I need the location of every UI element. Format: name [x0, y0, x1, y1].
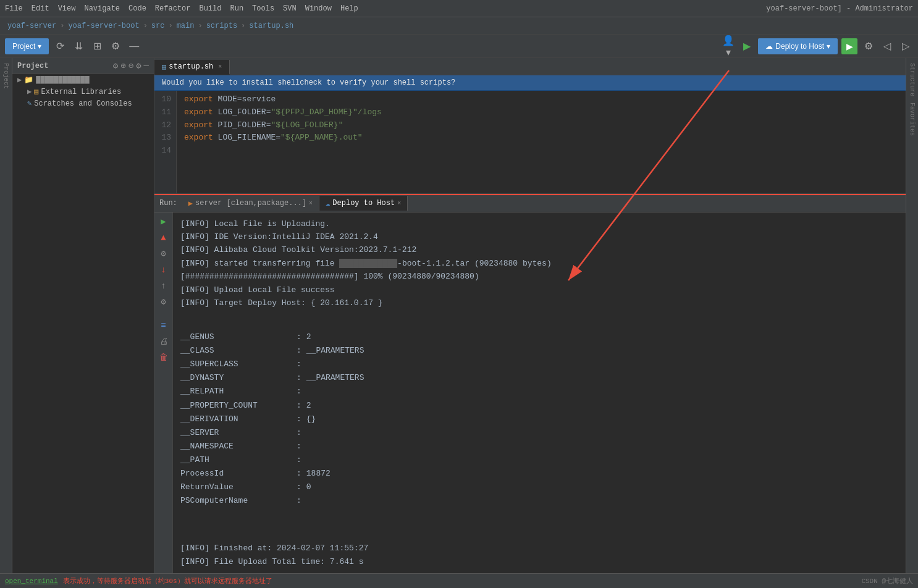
vcs-icon[interactable]: 👤▾: [721, 39, 736, 54]
run-tab-deploy-icon: ☁: [326, 199, 330, 208]
title-bar: File Edit View Navigate Code Refactor Bu…: [0, 0, 918, 17]
minimize-icon[interactable]: —: [127, 39, 141, 54]
panel-close-icon[interactable]: —: [144, 61, 149, 71]
run-tab-server-label: server [clean,package...]: [195, 199, 306, 208]
param-superclass: __SUPERCLASS :: [180, 358, 898, 371]
menu-build[interactable]: Build: [199, 4, 221, 13]
menu-refactor[interactable]: Refactor: [155, 4, 191, 13]
breadcrumb-file[interactable]: startup.sh: [249, 22, 293, 30]
code-line-14: [184, 145, 898, 158]
menu-run[interactable]: Run: [230, 4, 243, 13]
breadcrumb-scripts[interactable]: scripts: [206, 22, 237, 30]
far-right-sidebar: Structure Favorites: [906, 58, 918, 573]
line-numbers: 10 11 12 13 14: [154, 91, 177, 193]
run-print-icon[interactable]: 🖨: [157, 335, 171, 348]
menu-file[interactable]: File: [5, 4, 23, 13]
run-green-button[interactable]: ▶: [841, 38, 857, 54]
settings-icon[interactable]: ⚙: [108, 39, 123, 54]
menu-svn[interactable]: SVN: [283, 4, 297, 13]
menu-bar[interactable]: File Edit View Navigate Code Refactor Bu…: [5, 4, 358, 13]
run-tab-deploy[interactable]: ☁ Deploy to Host ×: [319, 196, 408, 211]
output-line-5: [###################################] 10…: [180, 270, 898, 283]
param-relpath: __RELPATH :: [180, 385, 898, 398]
run-filter-icon[interactable]: ⚙: [157, 295, 171, 309]
run-tab-server-close[interactable]: ×: [309, 200, 313, 207]
menu-window[interactable]: Window: [305, 4, 332, 13]
tree-external-label: External Libraries: [41, 88, 121, 96]
line-num-13: 13: [159, 132, 171, 145]
structure-label[interactable]: Structure: [907, 61, 917, 99]
param-path: __PATH :: [180, 453, 898, 467]
left-panel: Project ⚙ ⊕ ⊖ ⚙ — ▶ 📁 ████████████ ▶ ▤ E…: [12, 58, 154, 573]
toolbar-gear-icon[interactable]: ⚙: [861, 39, 876, 54]
code-editor[interactable]: export MODE=service export LOG_FOLDER="$…: [177, 91, 906, 193]
deploy-chevron-icon: ▾: [827, 42, 830, 51]
run-up-icon[interactable]: ↑: [157, 279, 171, 293]
param-computername: PSComputerName :: [180, 494, 898, 508]
breadcrumb-main[interactable]: main: [177, 22, 195, 30]
window-title: yoaf-server-boot] - Administrator: [766, 4, 913, 13]
far-left-sidebar: Project: [0, 58, 12, 573]
menu-tools[interactable]: Tools: [252, 4, 274, 13]
run-config-green-icon[interactable]: ▶: [739, 39, 754, 54]
deploy-to-host-button[interactable]: ☁ Deploy to Host ▾: [758, 38, 838, 54]
run-wrench-icon[interactable]: ⚙: [157, 247, 171, 261]
output-totaltime: [INFO] File Upload Total time: 7.641 s: [180, 555, 898, 568]
run-output[interactable]: [INFO] Local File is Uploading. [INFO] I…: [173, 212, 906, 573]
project-sidebar-label[interactable]: Project: [1, 61, 11, 91]
run-trash-icon[interactable]: 🗑: [157, 351, 171, 364]
tree-root-icon: 📁: [24, 75, 33, 85]
output-line-4: [INFO] started transferring file ███████…: [180, 257, 898, 270]
code-line-11: export LOG_FOLDER="${PFPJ_DAP_HOME}"/log…: [184, 106, 898, 119]
tree-scratches[interactable]: ✎ Scratches and Consoles: [12, 98, 154, 109]
run-tab-deploy-close[interactable]: ×: [397, 200, 401, 207]
param-table: __GENUS : 2 __CLASS : __PARAMETERS __SUP…: [180, 330, 898, 508]
menu-help[interactable]: Help: [340, 4, 358, 13]
panel-expand-icon[interactable]: ⊕: [120, 61, 125, 71]
tab-close-icon[interactable]: ×: [218, 64, 222, 70]
favorites-label[interactable]: Favorites: [907, 100, 917, 138]
run-stop-icon[interactable]: ▲: [157, 231, 171, 245]
open-terminal-link[interactable]: open_terminal: [5, 578, 58, 585]
toolbar-forward-icon[interactable]: ▷: [898, 39, 913, 54]
breadcrumb-boot[interactable]: yoaf-server-boot: [68, 22, 139, 30]
tree-expand-icon: ▶: [17, 75, 22, 85]
sync-icon[interactable]: ⟳: [53, 39, 67, 54]
panel-gear-icon[interactable]: ⚙: [113, 61, 118, 71]
output-line-3: [INFO] Alibaba Cloud Toolkit Version:202…: [180, 243, 898, 256]
menu-code[interactable]: Code: [128, 4, 146, 13]
menu-navigate[interactable]: Navigate: [84, 4, 120, 13]
toolbar-back-icon[interactable]: ◁: [880, 39, 895, 54]
run-tabs: Run: ▶ server [clean,package...] × ☁ Dep…: [154, 195, 906, 212]
project-selector[interactable]: Project ▾: [5, 38, 49, 54]
panel-settings-icon[interactable]: ⚙: [136, 61, 141, 71]
panel-collapse-icon[interactable]: ⊖: [128, 61, 133, 71]
deploy-icon: ☁: [765, 42, 773, 51]
breadcrumb-yoaf-server[interactable]: yoaf-server: [7, 22, 56, 30]
param-processid: ProcessId : 18872: [180, 467, 898, 481]
output-line-6: [INFO] Upload Local File success: [180, 284, 898, 296]
tree-external-libraries[interactable]: ▶ ▤ External Libraries: [12, 86, 154, 98]
run-panel: Run: ▶ server [clean,package...] × ☁ Dep…: [154, 194, 906, 573]
tree-root-item[interactable]: ▶ 📁 ████████████: [12, 74, 154, 86]
output-line-1: [INFO] Local File is Uploading.: [180, 217, 898, 230]
menu-view[interactable]: View: [58, 4, 76, 13]
project-label: Project: [12, 42, 35, 51]
run-play-icon[interactable]: ▶: [157, 215, 171, 229]
layout-icon[interactable]: ⊞: [90, 39, 104, 54]
menu-edit[interactable]: Edit: [32, 4, 49, 13]
code-line-13: export LOG_FILENAME="${APP_NAME}.out": [184, 132, 898, 145]
tab-startup-sh[interactable]: ▤ startup.sh ×: [154, 60, 230, 75]
status-message: 表示成功，等待服务器启动后（约30s）就可以请求远程服务器地址了: [63, 576, 272, 586]
breadcrumb-src[interactable]: src: [151, 22, 165, 30]
run-label: Run:: [159, 199, 177, 208]
run-list-icon[interactable]: ≡: [157, 319, 171, 332]
collapse-all-icon[interactable]: ⇊: [71, 39, 86, 54]
run-down-icon[interactable]: ↓: [157, 263, 171, 277]
run-tab-server[interactable]: ▶ server [clean,package...] ×: [182, 196, 319, 211]
param-returnval: ReturnValue : 0: [180, 481, 898, 494]
param-derivation: __DERIVATION : {}: [180, 413, 898, 426]
toolbar-right: 👤▾ ▶ ☁ Deploy to Host ▾ ▶ ⚙ ◁ ▷: [721, 38, 913, 54]
toolbar: Project ▾ ⟳ ⇊ ⊞ ⚙ — 👤▾ ▶ ☁ Deploy to Hos…: [0, 35, 918, 58]
line-num-10: 10: [159, 93, 171, 106]
